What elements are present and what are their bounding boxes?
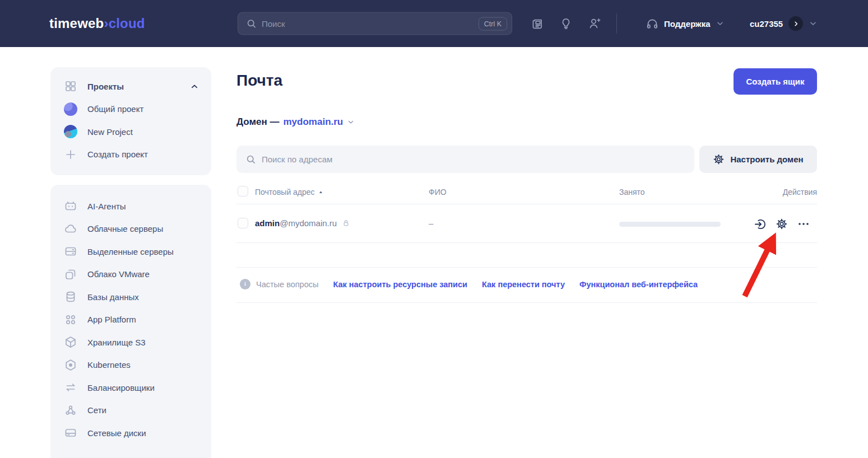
chevron-up-icon[interactable] bbox=[188, 82, 201, 91]
column-header-address[interactable]: Почтовый адрес bbox=[255, 188, 324, 197]
sort-ascending-icon bbox=[318, 189, 324, 195]
page-title: Почта bbox=[236, 72, 282, 90]
faq-label-group: Частые вопросы bbox=[240, 279, 318, 289]
create-mailbox-button[interactable]: Создать ящик bbox=[734, 68, 817, 95]
cloud-icon bbox=[64, 222, 77, 236]
table-divider bbox=[236, 204, 817, 204]
sidebar-item-project-new[interactable]: New Project bbox=[64, 120, 201, 143]
logo-separator: › bbox=[104, 16, 108, 31]
project-label: Общий проект bbox=[87, 104, 143, 114]
table-divider bbox=[236, 242, 817, 243]
cube-icon bbox=[64, 335, 77, 349]
lock-icon bbox=[341, 218, 351, 228]
invite-user-button[interactable] bbox=[586, 15, 603, 32]
sidebar-item-s3-storage[interactable]: Хранилище S3 bbox=[64, 331, 201, 354]
service-label: Балансировщики bbox=[87, 383, 155, 392]
quota-usage-bar bbox=[619, 222, 721, 227]
column-header-actions: Действия bbox=[783, 188, 817, 197]
logo-word-cloud: cloud bbox=[109, 16, 145, 31]
server-icon bbox=[64, 245, 77, 258]
annotation-arrow bbox=[737, 226, 789, 302]
domain-value-link[interactable]: mydomain.ru bbox=[284, 116, 344, 128]
global-search[interactable]: Ctrl K bbox=[238, 12, 512, 35]
sidebar-item-cloud-servers[interactable]: Облачные серверы bbox=[64, 218, 201, 241]
section-divider bbox=[236, 302, 817, 303]
support-menu[interactable]: Поддержка bbox=[646, 17, 725, 30]
account-menu[interactable]: cu27355 bbox=[750, 16, 818, 31]
faq-link-transfer-mail[interactable]: Как перенести почту bbox=[482, 280, 565, 289]
projects-grid-icon bbox=[64, 80, 77, 93]
address-search[interactable] bbox=[236, 146, 694, 173]
service-label: Облако VMware bbox=[87, 269, 150, 279]
chevron-down-icon bbox=[716, 19, 725, 28]
domain-selector: Домен — mydomain.ru bbox=[236, 116, 355, 128]
timeweb-cloud-logo[interactable]: timeweb›cloud bbox=[49, 16, 145, 31]
project-avatar bbox=[64, 102, 77, 116]
user-plus-icon bbox=[588, 17, 601, 30]
info-icon bbox=[240, 279, 250, 289]
search-icon bbox=[245, 154, 256, 165]
service-label: AI-Агенты bbox=[87, 202, 126, 211]
login-arrow-icon bbox=[754, 218, 767, 231]
keyboard-shortcut-badge: Ctrl K bbox=[479, 17, 507, 30]
sidebar-item-ai-agents[interactable]: AI-Агенты bbox=[64, 195, 201, 218]
news-icon bbox=[531, 17, 544, 30]
projects-header[interactable]: Проекты bbox=[64, 75, 201, 98]
row-checkbox[interactable] bbox=[238, 218, 248, 228]
navbar-divider bbox=[616, 13, 617, 34]
sidebar-item-app-platform[interactable]: App Platform bbox=[64, 309, 201, 331]
news-button[interactable] bbox=[529, 15, 546, 32]
sidebar-item-vmware-cloud[interactable]: Облако VMware bbox=[64, 263, 201, 286]
sidebar-item-create-project[interactable]: Создать проект bbox=[64, 143, 201, 166]
account-avatar[interactable] bbox=[788, 16, 803, 31]
mailbox-settings-button[interactable] bbox=[775, 217, 788, 231]
sidebar-item-dedicated-servers[interactable]: Выделенные серверы bbox=[64, 240, 201, 263]
services-card: AI-Агенты Облачные серверы Выделенные се… bbox=[50, 185, 211, 458]
headphones-icon bbox=[646, 17, 659, 30]
network-nodes-icon bbox=[64, 404, 77, 417]
projects-header-label: Проекты bbox=[87, 82, 124, 91]
faq-link-web-interface[interactable]: Функционал веб-интерфейса bbox=[579, 280, 698, 289]
chevron-right-icon bbox=[792, 20, 800, 27]
sidebar-item-databases[interactable]: Базы данных bbox=[64, 286, 201, 309]
database-icon bbox=[64, 290, 77, 303]
login-webmail-button[interactable] bbox=[753, 217, 767, 231]
select-all-checkbox[interactable] bbox=[238, 186, 248, 197]
timeweb-cloud-app: timeweb›cloud Ctrl K Поддержка cu27355 bbox=[0, 0, 868, 458]
table-divider bbox=[236, 267, 817, 268]
domain-label: Домен — bbox=[236, 116, 280, 128]
global-search-input[interactable] bbox=[262, 19, 479, 29]
sidebar-item-load-balancers[interactable]: Балансировщики bbox=[64, 376, 201, 399]
sidebar-item-networks[interactable]: Сети bbox=[64, 399, 201, 422]
more-actions-button[interactable] bbox=[797, 217, 810, 231]
gear-icon bbox=[713, 153, 725, 165]
service-label: Базы данных bbox=[87, 292, 139, 302]
sidebar-item-project-general[interactable]: Общий проект bbox=[64, 98, 201, 121]
chevron-down-icon[interactable] bbox=[347, 118, 355, 126]
project-avatar bbox=[64, 125, 77, 138]
sidebar-item-network-disks[interactable]: Сетевые диски bbox=[64, 422, 201, 445]
disk-icon bbox=[64, 426, 77, 440]
column-header-used: Занято bbox=[619, 188, 645, 197]
table-row: admin@mydomain.ru – bbox=[236, 217, 817, 231]
top-navbar: timeweb›cloud Ctrl K Поддержка cu27355 bbox=[0, 0, 868, 47]
faq-row: Частые вопросы Как настроить ресурсные з… bbox=[240, 279, 698, 289]
balancer-arrows-icon bbox=[64, 381, 77, 394]
ellipsis-icon bbox=[797, 217, 810, 231]
row-actions bbox=[753, 217, 810, 231]
mailbox-user: admin bbox=[255, 218, 280, 228]
kubernetes-icon bbox=[64, 358, 77, 372]
support-label: Поддержка bbox=[664, 19, 711, 29]
projects-card: Проекты Общий проект New Project Создать… bbox=[50, 67, 211, 175]
create-project-label: Создать проект bbox=[87, 149, 148, 159]
gear-icon bbox=[776, 218, 788, 230]
ideas-button[interactable] bbox=[558, 15, 574, 32]
mailbox-fio: – bbox=[429, 218, 433, 228]
lightbulb-icon bbox=[559, 17, 573, 30]
chevron-down-icon bbox=[809, 19, 818, 28]
address-search-input[interactable] bbox=[262, 155, 685, 164]
configure-domain-button[interactable]: Настроить домен bbox=[699, 146, 817, 173]
faq-link-resource-records[interactable]: Как настроить ресурсные записи bbox=[333, 280, 467, 289]
sidebar-item-kubernetes[interactable]: Kubernetes bbox=[64, 354, 201, 377]
app-platform-icon bbox=[64, 313, 77, 326]
